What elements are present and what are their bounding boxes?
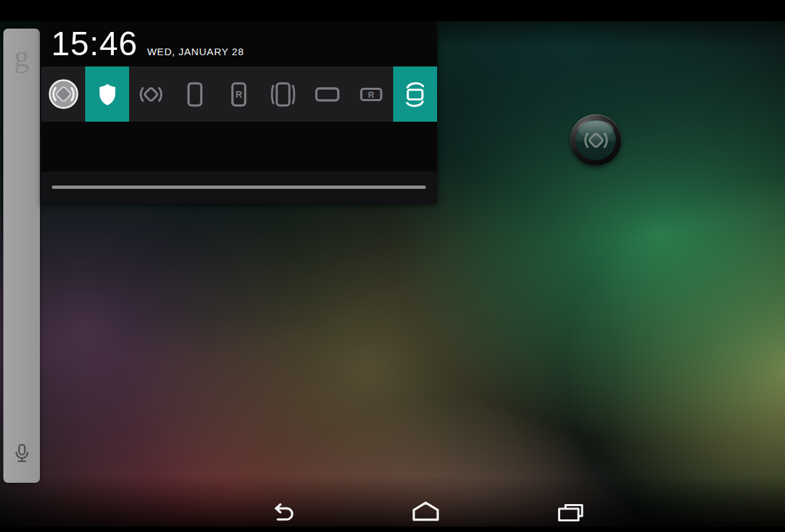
status-bar: [0, 0, 785, 21]
qs-reverse-portrait[interactable]: R: [217, 66, 261, 122]
sensor-landscape-icon: [400, 80, 430, 109]
qs-landscape[interactable]: [305, 66, 349, 122]
svg-text:R: R: [368, 89, 375, 99]
microphone-icon[interactable]: [14, 444, 30, 466]
back-icon[interactable]: [269, 503, 296, 522]
screen-bottom-edge: [0, 527, 785, 532]
auto-rotate-icon: [136, 80, 166, 109]
qs-rotation-guard[interactable]: [85, 66, 129, 122]
svg-text:R: R: [236, 89, 242, 100]
clock-date: WED, JANUARY 28: [147, 46, 244, 57]
sensor-portrait-icon: [271, 82, 295, 107]
reverse-portrait-icon: R: [231, 82, 247, 107]
panel-footer: [41, 172, 437, 203]
auto-rotate-circled-icon: [48, 78, 79, 110]
panel-drag-handle[interactable]: [52, 186, 426, 189]
android-home-screen: g 15:46 WED, JANUARY 28: [0, 0, 785, 532]
portrait-icon: [187, 82, 203, 107]
rotation-widget-face: [575, 120, 616, 160]
auto-rotate-icon: [581, 125, 611, 156]
rotation-widget-button[interactable]: [570, 114, 621, 166]
qs-rotation-status[interactable]: [41, 66, 85, 122]
qs-portrait[interactable]: [173, 66, 217, 122]
clock-time: 15:46: [51, 21, 138, 66]
reverse-landscape-icon: R: [358, 86, 385, 103]
recents-icon[interactable]: [557, 503, 584, 523]
rotation-quick-settings-row: R R: [41, 66, 437, 122]
google-search-bar[interactable]: g: [3, 29, 40, 483]
google-logo: g: [3, 37, 40, 76]
shield-icon: [98, 83, 117, 106]
clock-row: 15:46 WED, JANUARY 28: [51, 21, 437, 66]
home-icon[interactable]: [410, 501, 441, 521]
notification-panel: 15:46 WED, JANUARY 28: [41, 21, 437, 203]
qs-sensor-landscape[interactable]: [393, 66, 437, 122]
qs-sensor-portrait[interactable]: [261, 66, 305, 122]
qs-reverse-landscape[interactable]: R: [349, 66, 393, 122]
qs-auto-rotate[interactable]: [129, 66, 173, 122]
landscape-icon: [314, 86, 341, 103]
